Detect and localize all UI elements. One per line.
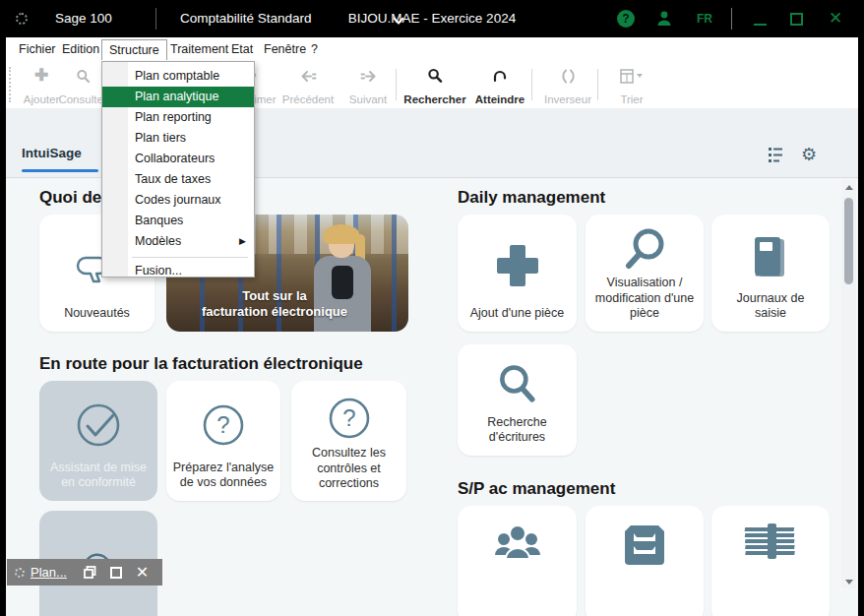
- maximize-icon[interactable]: [110, 567, 122, 579]
- window-spinner-icon: [15, 568, 25, 578]
- question-circle-icon: ?: [170, 391, 277, 461]
- plus-icon: [462, 224, 573, 306]
- menu-bar: Fichier Edition Structure Traitement Eta…: [6, 37, 858, 61]
- banner-caption: Tout sur la facturation électronique: [166, 288, 383, 321]
- task-list-icon[interactable]: [766, 145, 785, 164]
- search-icon: [427, 67, 443, 85]
- magnifier-icon: [589, 224, 700, 276]
- restore-icon[interactable]: [84, 566, 96, 579]
- titlebar-separator: [731, 8, 732, 30]
- sp-card-1[interactable]: [458, 506, 577, 616]
- plus-icon: ✚: [34, 67, 48, 85]
- recherche-ecritures-card[interactable]: Recherche d'écritures: [458, 344, 577, 456]
- menu-item-fusion[interactable]: Fusion...: [102, 261, 254, 281]
- client-area: Fichier Edition Structure Traitement Eta…: [6, 37, 858, 610]
- gear-icon[interactable]: ⚙: [799, 145, 819, 164]
- vertical-scrollbar[interactable]: [841, 180, 856, 588]
- scrollbar-thumb[interactable]: [844, 198, 853, 284]
- toolbar-separator: [531, 69, 532, 100]
- sp-card-3[interactable]: [711, 506, 830, 616]
- menu-item-modeles[interactable]: Modèles ▶: [102, 231, 254, 252]
- document-title: BIJOU.MAE - Exercice 2024: [0, 11, 864, 26]
- active-tab-underline: [22, 169, 98, 172]
- goto-arc-icon: [492, 67, 508, 85]
- menu-separator: [132, 257, 248, 258]
- question-circle-icon: ?: [295, 391, 402, 446]
- minimize-button[interactable]: [754, 24, 767, 26]
- arrow-right-icon: [360, 67, 377, 85]
- menu-item-plan-tiers[interactable]: Plan tiers: [102, 128, 254, 149]
- menu-edition[interactable]: Edition: [55, 39, 106, 60]
- magnifier-icon: [462, 354, 573, 415]
- menu-aide[interactable]: ?: [304, 39, 325, 60]
- minimized-window-bar[interactable]: Plan... ✕: [7, 559, 162, 585]
- language-indicator[interactable]: FR: [697, 12, 712, 26]
- precedent-button[interactable]: Précédent: [275, 65, 341, 106]
- magnifier-icon: [76, 67, 91, 85]
- arrow-left-icon: [300, 67, 317, 85]
- svg-text:?: ?: [342, 404, 355, 431]
- tab-intuisage[interactable]: IntuiSage: [22, 146, 82, 160]
- menu-item-codes-journaux[interactable]: Codes journaux: [102, 190, 254, 211]
- ajout-piece-card[interactable]: Ajout d'une pièce: [458, 215, 577, 332]
- trier-button[interactable]: Trier: [598, 65, 665, 106]
- scroll-down-arrow[interactable]: [841, 575, 856, 588]
- menu-item-plan-comptable[interactable]: Plan comptable: [102, 66, 254, 87]
- check-circle-icon: [43, 391, 154, 461]
- close-icon[interactable]: ✕: [136, 566, 149, 580]
- application-window: Sage 100 Comptabilité Standard BIJOU.MAE…: [0, 0, 864, 616]
- menu-etat[interactable]: Etat: [224, 39, 260, 60]
- close-button[interactable]: ✕: [829, 8, 842, 30]
- rechercher-button[interactable]: Rechercher: [401, 65, 468, 106]
- toolbar-separator: [396, 69, 397, 100]
- book-icon: [715, 224, 826, 291]
- sp-card-2[interactable]: [586, 506, 704, 616]
- menu-item-taux-de-taxes[interactable]: Taux de taxes: [102, 169, 254, 190]
- assistant-conformite-card[interactable]: Assistant de mise en conformité: [39, 381, 157, 501]
- suivant-button[interactable]: Suivant: [335, 65, 401, 106]
- archive-icon: [589, 522, 700, 567]
- menu-item-plan-analytique[interactable]: Plan analytique: [102, 87, 254, 107]
- inverseur-button[interactable]: Inverseur: [534, 65, 601, 106]
- preparez-analyse-card[interactable]: ? Préparez l'analyse de vos données: [166, 381, 280, 501]
- submenu-arrow-icon: ▶: [239, 231, 246, 252]
- title-bar: Sage 100 Comptabilité Standard BIJOU.MAE…: [0, 0, 864, 37]
- minimized-window-title[interactable]: Plan...: [31, 565, 67, 580]
- invert-icon: [561, 67, 576, 85]
- section-title-sp: S/P ac management: [458, 479, 615, 499]
- menu-item-plan-reporting[interactable]: Plan reporting: [102, 107, 254, 128]
- user-icon[interactable]: [655, 10, 673, 28]
- menu-item-collaborateurs[interactable]: Collaborateurs: [102, 149, 254, 169]
- svg-text:?: ?: [216, 411, 229, 438]
- money-icon: [715, 522, 826, 561]
- consultez-controles-card[interactable]: ? Consultez les contrôles et corrections: [291, 381, 406, 501]
- visualisation-piece-card[interactable]: Visualisation / modification d'une pièce: [586, 215, 704, 332]
- menu-structure[interactable]: Structure: [101, 39, 167, 60]
- journaux-saisie-card[interactable]: Journaux de saisie: [711, 215, 830, 332]
- section-title-daily: Daily management: [458, 188, 605, 208]
- section-title-route: En route pour la facturation électroniqu…: [39, 354, 363, 374]
- help-button[interactable]: ?: [617, 10, 635, 28]
- sort-table-icon: [620, 67, 644, 85]
- scroll-up-arrow[interactable]: [841, 180, 856, 194]
- menu-item-banques[interactable]: Banques: [102, 211, 254, 231]
- atteindre-button[interactable]: Atteindre: [466, 65, 533, 106]
- maximize-button[interactable]: [790, 13, 803, 26]
- structure-menu-popup: Plan comptable Plan analytique Plan repo…: [101, 61, 255, 277]
- users-icon: [462, 522, 573, 567]
